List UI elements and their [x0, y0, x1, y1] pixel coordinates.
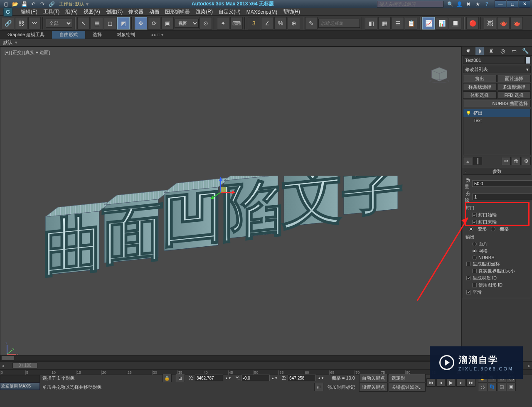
prev-frame-icon[interactable]: ◂	[436, 378, 446, 387]
edit-named-sel-icon[interactable]: ✎	[305, 17, 318, 29]
maximize-button[interactable]: □	[507, 0, 518, 8]
scene-explorer-icon[interactable]: 📋	[405, 17, 417, 29]
menu-graph[interactable]: 图形编辑器	[165, 8, 190, 15]
coord-x-input[interactable]	[195, 375, 223, 381]
extrude-sel-btn[interactable]: 挤出	[463, 75, 497, 82]
play-icon[interactable]: ▶	[446, 378, 456, 387]
lock-icon[interactable]: 🔒	[163, 374, 172, 382]
menu-anim[interactable]: 动画	[149, 8, 159, 15]
named-selection-input[interactable]	[318, 19, 360, 28]
ribbon-tab-paint[interactable]: 对象绘制	[109, 31, 143, 39]
app-logo[interactable]: G	[3, 7, 12, 17]
redo-icon[interactable]: ↷	[38, 1, 47, 7]
show-end-icon[interactable]: ║	[473, 157, 482, 165]
viewport[interactable]: [+] [正交] [真实 + 边面]	[0, 47, 461, 361]
display-tab-icon[interactable]: ▭	[510, 47, 518, 55]
viewport-label[interactable]: [+] [正交] [真实 + 边面]	[5, 49, 50, 56]
new-icon[interactable]: ▢	[2, 1, 10, 7]
nav-walk-icon[interactable]: 👣	[488, 383, 497, 391]
ribbon-tab-freeform[interactable]: 自由形式	[52, 31, 85, 39]
render-frame-icon[interactable]: 🫖	[497, 17, 510, 29]
out-nurbs-radio[interactable]	[472, 255, 477, 260]
layers-icon[interactable]: ☰	[392, 17, 404, 29]
menu-render[interactable]: 渲染(R)	[196, 8, 213, 15]
workspace-label[interactable]: 工作台: 默认	[59, 1, 84, 7]
rotate-tool-icon[interactable]: ⟳	[148, 17, 160, 29]
smooth-checkbox[interactable]	[466, 290, 471, 294]
link-icon[interactable]: 🔗	[47, 1, 56, 7]
utilities-tab-icon[interactable]: 🔧	[521, 47, 530, 55]
ribbon-sub-label[interactable]: 默认	[3, 39, 12, 46]
ffd-sel-btn[interactable]: FFD 选择	[498, 91, 531, 99]
key-filter-button[interactable]: 关键点过滤器...	[389, 383, 426, 392]
time-slider[interactable]: 0 / 100	[12, 363, 37, 368]
scale-tool-icon[interactable]: ▣	[161, 17, 174, 29]
stack-item-text[interactable]: Text	[463, 117, 530, 124]
ref-coord[interactable]: 视图	[175, 19, 199, 28]
ribbon-tab-selection[interactable]: 选择	[85, 31, 109, 39]
open-icon[interactable]: 📂	[11, 1, 19, 7]
iso-icon[interactable]: ⊞	[176, 374, 185, 382]
cap-start-checkbox[interactable]	[472, 213, 477, 217]
infocenter-icon[interactable]: 🔍	[446, 1, 454, 7]
goto-end-icon[interactable]: ⏭	[466, 378, 475, 387]
menu-edit[interactable]: 编辑(E)	[21, 8, 37, 15]
pivot-icon[interactable]: ⊙	[200, 17, 212, 29]
move-tool-icon[interactable]: ✥	[135, 17, 147, 29]
menu-tools[interactable]: 工具(T)	[43, 8, 59, 15]
stack-item-extrude[interactable]: 💡挤出	[463, 109, 530, 117]
grid-radio[interactable]	[491, 227, 495, 231]
keyboard-shortcut-icon[interactable]: ⌨	[230, 17, 243, 29]
bulb-icon[interactable]: 💡	[466, 111, 471, 115]
bind-space-icon[interactable]: 〰	[28, 17, 41, 29]
render-setup-icon[interactable]: 🖼	[484, 17, 496, 29]
spline-sel-btn[interactable]: 样条线选择	[463, 83, 497, 91]
unlink-tool-icon[interactable]: ⛓	[15, 17, 27, 29]
selected-obj-button[interactable]: 选定对	[389, 374, 426, 382]
configure-icon[interactable]: ⚙	[522, 157, 531, 165]
close-button[interactable]: ✕	[519, 0, 530, 8]
save-icon[interactable]: 💾	[20, 1, 28, 7]
selection-filter[interactable]: 全部	[46, 19, 72, 28]
modifier-stack[interactable]: 💡挤出 Text	[463, 109, 531, 155]
undo-icon[interactable]: ↶	[29, 1, 37, 7]
menu-custom[interactable]: 自定义(U)	[219, 8, 241, 15]
menu-group[interactable]: 组(G)	[65, 8, 77, 15]
snap-3d-icon[interactable]: 3	[248, 17, 260, 29]
out-patch-radio[interactable]	[472, 242, 477, 246]
menu-help[interactable]: 帮助(H)	[283, 8, 300, 15]
align-icon[interactable]: ▦	[378, 17, 391, 29]
viewcube-icon[interactable]	[426, 64, 453, 83]
auto-key-button[interactable]: 自动关键点	[359, 374, 388, 382]
percent-snap-icon[interactable]: %	[274, 17, 287, 29]
window-crossing-icon[interactable]: ◩	[117, 17, 130, 29]
remove-mod-icon[interactable]: 🗑	[512, 157, 521, 165]
poly-sel-btn[interactable]: 多边形选择	[498, 83, 531, 91]
angle-snap-icon[interactable]: ∠	[261, 17, 273, 29]
segments-input[interactable]	[472, 194, 532, 200]
morph-radio[interactable]	[469, 227, 473, 231]
amount-input[interactable]	[472, 180, 532, 187]
create-tab-icon[interactable]: ✸	[464, 47, 473, 55]
nurbs-sel-btn[interactable]: NURBS 曲面选择	[463, 100, 531, 107]
favorite-icon[interactable]: ★	[473, 1, 482, 7]
menu-modifier[interactable]: 修改器	[128, 8, 143, 15]
viewport-scrollbar[interactable]	[0, 355, 461, 361]
ribbon-tab-graphite[interactable]: Graphite 建模工具	[0, 31, 52, 39]
schematic-icon[interactable]: 🔲	[449, 17, 461, 29]
add-time-label[interactable]: 添加时间标记	[328, 384, 355, 390]
help-icon[interactable]: ?	[483, 1, 491, 7]
dope-sheet-icon[interactable]: 📊	[436, 17, 448, 29]
patch-sel-btn[interactable]: 面片选择	[498, 75, 531, 82]
search-input[interactable]	[377, 1, 443, 7]
menu-maxscript[interactable]: MAXScript(M)	[246, 9, 278, 15]
time-tag-icon[interactable]: 🏷	[314, 383, 323, 391]
nav-orbit-icon[interactable]: ⭯	[478, 383, 487, 391]
object-color-swatch[interactable]	[525, 56, 531, 64]
manipulate-icon[interactable]: ✦	[217, 17, 229, 29]
modifier-list-dropdown[interactable]: 修改器列表▾	[463, 66, 531, 73]
make-unique-icon[interactable]: ✂	[502, 157, 511, 165]
object-name-input[interactable]	[463, 56, 525, 64]
minimize-button[interactable]: —	[495, 0, 506, 8]
select-name-icon[interactable]: ▤	[91, 17, 103, 29]
